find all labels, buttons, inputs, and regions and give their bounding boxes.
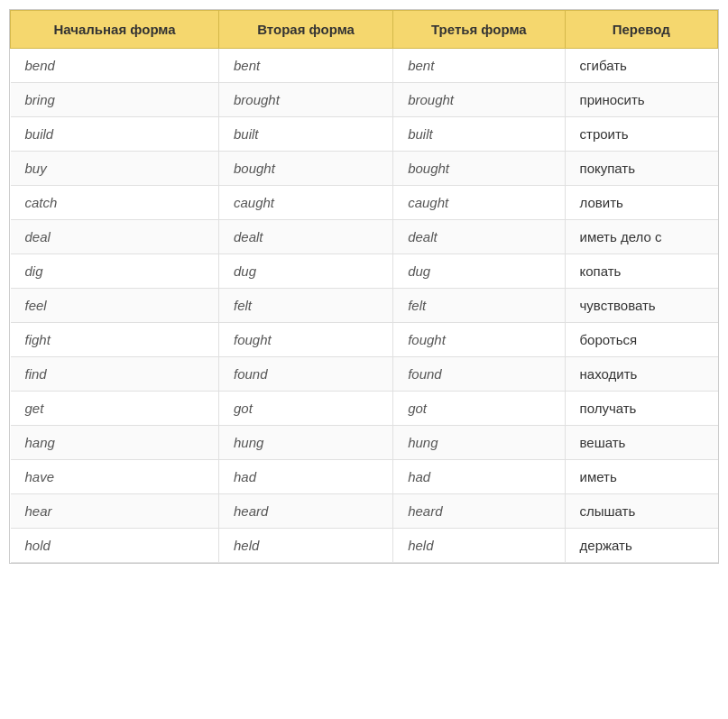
- cell-form3: bought: [393, 152, 565, 186]
- cell-translation: приносить: [565, 83, 717, 117]
- cell-translation: слышать: [565, 494, 717, 529]
- table-row: bringbroughtbroughtприносить: [11, 83, 718, 117]
- cell-form2: got: [218, 392, 392, 426]
- cell-translation: сгибать: [565, 49, 717, 83]
- table-row: findfoundfoundнаходить: [11, 357, 718, 392]
- cell-form3: heard: [393, 494, 565, 529]
- cell-form1: find: [11, 357, 219, 392]
- cell-form1: buy: [11, 152, 219, 186]
- cell-form2: found: [218, 357, 392, 392]
- cell-form2: hung: [218, 426, 392, 460]
- cell-form2: dug: [218, 254, 392, 289]
- cell-form2: bent: [218, 49, 392, 83]
- cell-form3: found: [393, 357, 565, 392]
- cell-form1: fight: [11, 323, 219, 357]
- cell-translation: держать: [565, 529, 717, 563]
- cell-form3: felt: [393, 289, 565, 323]
- cell-form3: had: [393, 460, 565, 494]
- cell-translation: иметь: [565, 460, 717, 494]
- cell-form3: dealt: [393, 220, 565, 254]
- table-row: buyboughtboughtпокупать: [11, 152, 718, 186]
- cell-form2: built: [218, 117, 392, 152]
- cell-form3: fought: [393, 323, 565, 357]
- cell-form3: caught: [393, 186, 565, 220]
- cell-form3: brought: [393, 83, 565, 117]
- cell-form3: dug: [393, 254, 565, 289]
- cell-form2: caught: [218, 186, 392, 220]
- cell-translation: бороться: [565, 323, 717, 357]
- cell-form1: hear: [11, 494, 219, 529]
- cell-form1: catch: [11, 186, 219, 220]
- cell-translation: вешать: [565, 426, 717, 460]
- table-row: holdheldheldдержать: [11, 529, 718, 563]
- cell-translation: строить: [565, 117, 717, 152]
- cell-form1: bend: [11, 49, 219, 83]
- cell-form2: felt: [218, 289, 392, 323]
- table-row: hearheardheardслышать: [11, 494, 718, 529]
- table-row: feelfeltfeltчувствовать: [11, 289, 718, 323]
- cell-form2: fought: [218, 323, 392, 357]
- cell-form3: held: [393, 529, 565, 563]
- cell-form1: get: [11, 392, 219, 426]
- cell-form3: hung: [393, 426, 565, 460]
- cell-form3: bent: [393, 49, 565, 83]
- table-row: havehadhadиметь: [11, 460, 718, 494]
- cell-form2: brought: [218, 83, 392, 117]
- cell-form1: hang: [11, 426, 219, 460]
- header-translation: Перевод: [565, 11, 717, 49]
- header-form3: Третья форма: [393, 11, 565, 49]
- cell-form1: hold: [11, 529, 219, 563]
- table-row: hanghunghungвешать: [11, 426, 718, 460]
- cell-form1: dig: [11, 254, 219, 289]
- cell-form2: dealt: [218, 220, 392, 254]
- cell-form3: built: [393, 117, 565, 152]
- table-row: bendbentbentсгибать: [11, 49, 718, 83]
- cell-form1: build: [11, 117, 219, 152]
- table-row: getgotgotполучать: [11, 392, 718, 426]
- table-row: buildbuiltbuiltстроить: [11, 117, 718, 152]
- cell-translation: чувствовать: [565, 289, 717, 323]
- cell-translation: покупать: [565, 152, 717, 186]
- table-header-row: Начальная форма Вторая форма Третья форм…: [11, 11, 718, 49]
- header-form2: Вторая форма: [218, 11, 392, 49]
- table-row: fightfoughtfoughtбороться: [11, 323, 718, 357]
- cell-form2: heard: [218, 494, 392, 529]
- cell-form2: had: [218, 460, 392, 494]
- cell-translation: копать: [565, 254, 717, 289]
- cell-form2: held: [218, 529, 392, 563]
- cell-form1: have: [11, 460, 219, 494]
- table-row: digdugdugкопать: [11, 254, 718, 289]
- verb-forms-table: Начальная форма Вторая форма Третья форм…: [9, 9, 719, 564]
- cell-form3: got: [393, 392, 565, 426]
- cell-translation: ловить: [565, 186, 717, 220]
- cell-form1: deal: [11, 220, 219, 254]
- cell-translation: получать: [565, 392, 717, 426]
- cell-form1: feel: [11, 289, 219, 323]
- cell-form1: bring: [11, 83, 219, 117]
- table-row: dealdealtdealtиметь дело с: [11, 220, 718, 254]
- header-form1: Начальная форма: [11, 11, 219, 49]
- table-row: catchcaughtcaughtловить: [11, 186, 718, 220]
- cell-translation: иметь дело с: [565, 220, 717, 254]
- cell-translation: находить: [565, 357, 717, 392]
- cell-form2: bought: [218, 152, 392, 186]
